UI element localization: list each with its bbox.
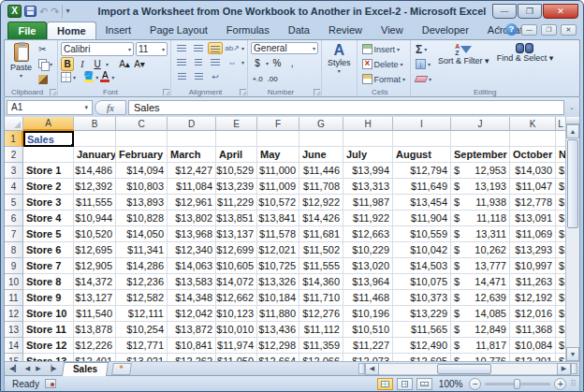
cell-value[interactable]: $11,118 xyxy=(451,211,510,226)
store-label[interactable]: Store 5 xyxy=(23,226,74,242)
cell-value[interactable]: $12,073 xyxy=(343,354,393,361)
column-header-k[interactable]: K xyxy=(510,117,556,131)
middle-align-icon[interactable] xyxy=(191,42,206,54)
row-header-14[interactable]: 14 xyxy=(5,338,23,354)
row-header-15[interactable]: 15 xyxy=(5,354,23,361)
clear-button[interactable]: ▾ xyxy=(414,72,433,86)
cell-value[interactable]: $12,226 xyxy=(74,338,116,354)
cell-value[interactable]: $11,468 xyxy=(343,290,393,306)
cell-value[interactable]: $11,227 xyxy=(343,338,393,354)
increase-indent-icon[interactable] xyxy=(191,70,206,82)
cell-value[interactable]: $11,565 xyxy=(393,322,451,338)
cell-value[interactable]: $11,229 xyxy=(216,195,257,211)
cell-value[interactable]: $13,994 xyxy=(343,163,393,179)
column-header-l[interactable]: L xyxy=(556,117,565,131)
cell-value[interactable]: $10,373 xyxy=(393,290,451,306)
column-header-h[interactable]: H xyxy=(343,117,393,131)
cell-value[interactable]: $12,392 xyxy=(74,179,116,195)
decrease-indent-icon[interactable] xyxy=(174,70,189,82)
row-header-12[interactable]: 12 xyxy=(5,306,23,322)
cell-value[interactable]: $12,192 xyxy=(510,290,556,306)
horizontal-split-handle-right[interactable] xyxy=(571,363,577,374)
column-header-i[interactable]: I xyxy=(393,117,451,131)
cell-value-clipped[interactable]: $1 xyxy=(556,274,565,290)
cell-value[interactable]: $12,021 xyxy=(257,242,299,258)
month-header-october[interactable]: October xyxy=(510,147,556,163)
cell-value[interactable]: $12,111 xyxy=(116,306,168,322)
bold-button[interactable]: B xyxy=(61,57,74,71)
zoom-slider-thumb[interactable] xyxy=(514,379,520,389)
cell[interactable] xyxy=(74,131,116,147)
autosum-button[interactable]: Σ▾ xyxy=(414,42,433,56)
cell-value[interactable]: $10,803 xyxy=(116,179,168,195)
previous-sheet-icon[interactable]: ◀ xyxy=(22,365,33,372)
cell-value-clipped[interactable]: $1 xyxy=(556,258,565,274)
font-name-select[interactable]: Calibri▾ xyxy=(61,42,134,56)
cell-value[interactable]: $11,263 xyxy=(510,274,556,290)
cell-value[interactable]: $14,486 xyxy=(74,163,116,179)
month-header-may[interactable]: May xyxy=(257,147,299,163)
font-color-icon[interactable]: A xyxy=(100,72,110,82)
cell[interactable] xyxy=(343,131,393,147)
row-header-6[interactable]: 6 xyxy=(5,211,23,226)
store-label[interactable]: Store 6 xyxy=(23,242,74,258)
paste-button[interactable]: Paste ▾ xyxy=(7,42,35,86)
horizontal-split-handle[interactable] xyxy=(358,363,365,374)
cell-value[interactable]: $13,193 xyxy=(451,179,510,195)
cell-value[interactable]: $10,776 xyxy=(451,354,510,361)
vertical-scroll-thumb[interactable] xyxy=(567,139,578,228)
column-header-c[interactable]: C xyxy=(116,117,168,131)
cell-value[interactable]: $11,069 xyxy=(510,226,556,242)
cell-value[interactable]: $11,009 xyxy=(257,179,299,195)
month-header-november[interactable]: November xyxy=(556,147,565,163)
cell-value[interactable]: $12,922 xyxy=(299,195,343,211)
scroll-right-icon[interactable]: ▶ xyxy=(557,363,571,375)
cell-value[interactable]: $14,286 xyxy=(116,258,168,274)
cell-value[interactable]: $13,326 xyxy=(257,274,299,290)
zoom-level[interactable]: 100% xyxy=(436,379,466,389)
cell-value-clipped[interactable]: $1 xyxy=(556,338,565,354)
cut-button[interactable]: ✂ xyxy=(36,42,54,56)
cell-value[interactable]: $12,582 xyxy=(116,290,168,306)
cell-value[interactable]: $14,503 xyxy=(393,258,451,274)
cell-value[interactable]: $11,368 xyxy=(510,322,556,338)
ribbon-tab-page-layout[interactable]: Page Layout xyxy=(140,22,217,39)
cell-value[interactable]: $12,490 xyxy=(393,338,451,354)
cell-value-clipped[interactable]: $1 xyxy=(556,242,565,258)
number-dialog-launcher-icon[interactable] xyxy=(314,89,320,95)
formula-input[interactable]: Sales xyxy=(128,100,564,115)
horizontal-scrollbar[interactable]: ◀ ▶ xyxy=(358,362,577,375)
cell-value[interactable]: $12,605 xyxy=(393,354,451,361)
cell-value[interactable]: $14,030 xyxy=(510,163,556,179)
italic-button[interactable]: I xyxy=(76,57,89,71)
store-label[interactable]: Store 4 xyxy=(23,211,74,226)
align-left-icon[interactable] xyxy=(174,56,189,68)
month-header-september[interactable]: September xyxy=(451,147,510,163)
cell-value[interactable]: $14,050 xyxy=(116,226,168,242)
column-header-f[interactable]: F xyxy=(257,117,299,131)
cell-value[interactable]: $13,313 xyxy=(343,179,393,195)
cell-value-clipped[interactable]: $1 xyxy=(556,290,565,306)
cell-value[interactable]: $12,663 xyxy=(343,226,393,242)
cell-value[interactable]: $12,905 xyxy=(74,258,116,274)
insert-worksheet-icon[interactable] xyxy=(112,363,133,375)
cell-value[interactable]: $13,964 xyxy=(343,274,393,290)
delete-cells-button[interactable]: Delete▾ xyxy=(360,57,408,71)
cell[interactable] xyxy=(168,131,216,147)
cell-value[interactable]: $12,016 xyxy=(510,306,556,322)
cell-value[interactable]: $13,091 xyxy=(510,211,556,226)
number-format-select[interactable]: General▾ xyxy=(251,42,318,54)
row-header-3[interactable]: 3 xyxy=(5,163,23,179)
cell-value[interactable]: $12,961 xyxy=(168,195,216,211)
cell-value[interactable]: $13,878 xyxy=(74,322,116,338)
cell-value[interactable]: $13,127 xyxy=(74,290,116,306)
cell-value-clipped[interactable]: $1 xyxy=(556,211,565,226)
cell-value[interactable]: $11,974 xyxy=(216,338,257,354)
cell-value[interactable]: $13,841 xyxy=(257,211,299,226)
cell-value[interactable]: $12,664 xyxy=(257,354,299,361)
sheet-tab-sales[interactable]: Sales xyxy=(62,362,109,376)
cell-value[interactable]: $11,880 xyxy=(257,306,299,322)
accounting-format-icon[interactable]: $ xyxy=(251,56,264,70)
sort-filter-button[interactable]: AZ Sort & Filter ▾ xyxy=(435,42,492,86)
cell-value[interactable]: $12,771 xyxy=(116,338,168,354)
